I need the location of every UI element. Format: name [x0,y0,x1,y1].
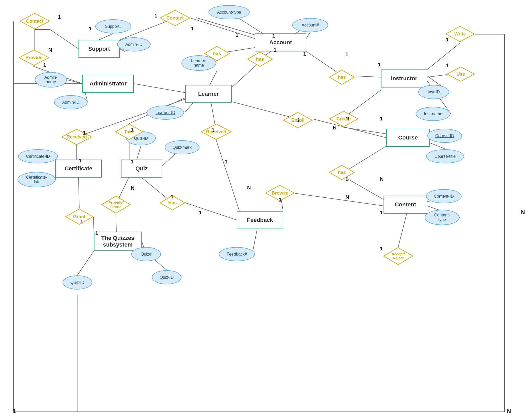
entity-quizzes-subsystem: The Quizzes subsystem [94,232,142,251]
cardinality-10: 1 [303,51,306,57]
entity-feedback: Feedback [237,211,283,229]
attr-cert-date: Certeficate- date [18,172,56,187]
entity-account: Account [255,33,306,51]
cardinality-5: 1 [154,13,157,19]
svg-line-39 [216,140,239,211]
svg-line-55 [116,214,116,232]
cardinality-22: N [247,185,251,191]
attr-course-title: Course-title [426,149,464,163]
cardinality-12: 1 [378,62,381,68]
rel-take: Take [115,124,143,140]
attr-cert-id: Certificate-ID [18,149,58,163]
rel-received1: Received [61,129,92,145]
cardinality-28: 1 [199,210,202,216]
attr-learner-id: Learner-ID [147,106,184,120]
attr-feedback-num: Feedback# [219,247,255,261]
svg-line-57 [93,217,94,232]
rel-enroll: Enroll [283,112,313,129]
rel-use: Use [447,66,475,82]
cardinality-30: 1 [345,176,348,182]
attr-admin-name: Admin- name [35,72,67,87]
attr-admin-id: Admin-ID [117,37,151,51]
cardinality-3: N [48,47,52,53]
cardinality-33: 1 [380,210,383,216]
cardinality-8: 1 [272,33,275,39]
cardinality-1: 1 [58,14,61,20]
entity-certificate: Certificate [55,160,102,178]
rel-has3: has [329,69,355,85]
svg-line-10 [50,30,79,49]
svg-line-15 [99,33,113,40]
cardinality-9: 1 [274,47,276,53]
rel-grant: Grant [65,208,93,225]
svg-line-47 [344,177,384,199]
rel-has1: has [204,46,230,61]
attr-course-id: Course-ID [427,129,462,143]
cardinality-11: 1 [345,51,348,57]
cardinality-35: 1 [80,219,83,225]
rel-contact2: Contact [160,10,190,27]
rel-has5: has [329,165,355,180]
svg-line-53 [185,203,237,220]
cardinality-big-n1: N [520,208,525,216]
attr-account-type: Account-type [208,5,250,19]
svg-line-25 [67,80,82,84]
cardinality-34: 1 [380,246,383,252]
cardinality-13: 1 [446,37,449,43]
cardinality-32: N [345,194,349,200]
erd-diagram: Account Support Administrator Learner In… [0,0,530,420]
attr-quiz-id2: Quiz-ID [152,270,181,284]
attr-account-num: Account# [292,18,328,32]
cardinality-19: N [131,185,134,191]
cardinality-26: 1 [380,116,383,122]
cardinality-4: 1 [43,62,46,68]
attr-quiz-mark: Quiz-mark [165,140,199,154]
attr-admin-id2: Admin-ID [54,95,88,109]
attr-inst-name: Inst-name [416,107,450,121]
cardinality-14: 1 [446,63,449,68]
svg-line-51 [295,193,384,206]
svg-line-19 [427,43,460,69]
cardinality-16: 1 [79,158,82,164]
cardinality-18: 1 [131,159,134,165]
cardinality-24: N [333,125,336,131]
cardinality-6: 1 [191,26,194,32]
svg-line-36 [136,145,141,161]
cardinality-21: 1 [225,159,228,165]
attr-content-id: Content-ID [426,189,462,203]
attr-quiz-id3: Quiz-ID [63,275,92,290]
entity-content: Content [384,196,427,214]
entity-administrator: Administrator [82,75,134,93]
cardinality-big-n2: N [507,407,511,415]
svg-line-22 [427,75,447,77]
svg-line-18 [355,76,381,77]
entity-quiz: Quiz [121,160,162,178]
svg-line-56 [79,178,79,208]
attr-inst-id: Inst-ID [418,85,449,99]
rel-provide-grade: Provide/ Grade [101,196,131,214]
cardinality-36: 1 [95,230,98,236]
rel-contact1: Contact [19,13,50,30]
svg-line-62 [252,228,257,254]
svg-line-27 [134,84,185,93]
entity-learner: Learner [185,85,232,103]
rel-write: Write [445,26,475,42]
attr-support-num: Support# [95,19,131,33]
svg-line-61 [398,214,407,247]
rel-accept-reject: Accept/ Reject [383,247,413,265]
cardinality-29: 1 [279,197,282,203]
entity-instructor: Instructor [381,69,427,87]
rel-received2: Received [201,124,232,140]
svg-line-29 [185,103,193,112]
svg-line-2 [190,18,255,39]
cardinality-31: N [380,176,384,182]
attr-quiz-num: Quiz# [131,247,161,261]
cardinality-27: 1 [171,194,173,200]
svg-line-43 [344,127,386,134]
cardinality-2: 1 [89,26,92,32]
entity-support: Support [79,40,120,58]
attr-content-type: Content- type [425,210,459,225]
cardinality-7: 1 [236,32,238,38]
rel-has2: has [247,51,273,67]
cardinality-1-bottom: 1 [12,407,16,415]
